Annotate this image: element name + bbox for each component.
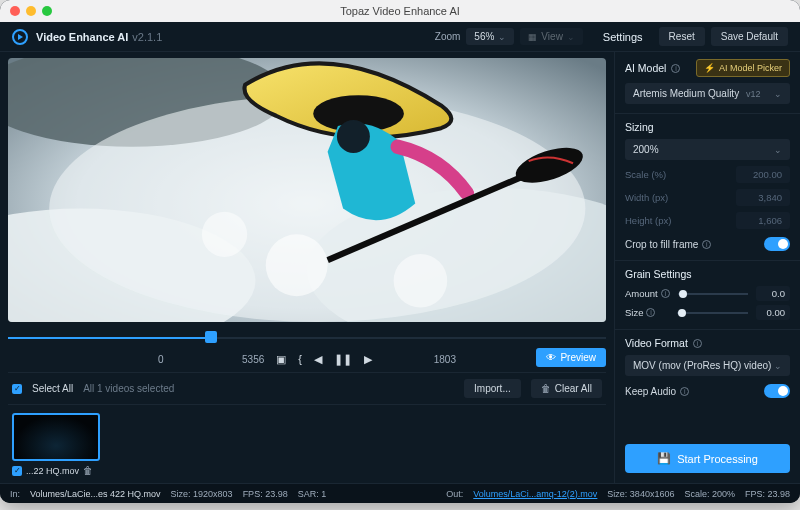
chevron-down-icon: ⌄ xyxy=(774,145,782,155)
zoom-label: Zoom xyxy=(435,31,461,42)
info-icon[interactable]: i xyxy=(702,240,711,249)
lightning-icon: ⚡ xyxy=(704,63,715,73)
format-select[interactable]: MOV (mov (ProRes HQ) video) ⌄ xyxy=(625,355,790,376)
selected-count: All 1 videos selected xyxy=(83,383,174,394)
crop-label: Crop to fill frame xyxy=(625,239,698,250)
queue-item-checkbox[interactable]: ✓ xyxy=(12,466,22,476)
height-value[interactable]: 1,606 xyxy=(736,212,790,229)
window-title: Topaz Video Enhance AI xyxy=(0,5,800,17)
grain-section: Grain Settings Amounti 0.0 Sizei 0.00 xyxy=(615,261,800,330)
grain-amount-value[interactable]: 0.0 xyxy=(756,286,790,301)
out-path-link[interactable]: Volumes/LaCi...amq-12(2).mov xyxy=(473,489,597,499)
scrubber-handle[interactable] xyxy=(205,331,217,343)
in-path: Volumes/LaCie...es 422 HQ.mov xyxy=(30,489,161,499)
grain-title: Grain Settings xyxy=(625,268,692,280)
queue-item[interactable]: ✓ ...22 HQ.mov 🗑 xyxy=(12,413,100,476)
eye-icon: 👁 xyxy=(546,352,556,363)
skip-forward-icon[interactable]: ▶ xyxy=(364,353,372,366)
info-icon[interactable]: i xyxy=(646,308,655,317)
scale-value[interactable]: 200.00 xyxy=(736,166,790,183)
frame-end: 1803 xyxy=(434,354,456,365)
info-icon[interactable]: i xyxy=(671,64,680,73)
app-name: Video Enhance AI xyxy=(36,31,128,43)
info-icon[interactable]: i xyxy=(693,339,702,348)
transport-controls: 0 5356 ▣ { ◀ ❚❚ ▶ 1803 👁 Preview xyxy=(8,346,606,372)
video-queue: ✓ ...22 HQ.mov 🗑 xyxy=(8,405,606,480)
select-all-checkbox[interactable]: ✓ xyxy=(12,384,22,394)
chevron-down-icon: ⌄ xyxy=(567,32,575,42)
preview-button[interactable]: 👁 Preview xyxy=(536,348,606,367)
timeline-scrubber[interactable] xyxy=(8,328,606,346)
format-title: Video Format xyxy=(625,337,688,349)
select-all-label: Select All xyxy=(32,383,73,394)
svg-point-6 xyxy=(337,120,370,153)
topbar: Video Enhance AI v2.1.1 Zoom 56% ⌄ ▦ Vie… xyxy=(0,22,800,52)
save-icon: 💾 xyxy=(657,452,671,465)
settings-panel: AI Model i ⚡ AI Model Picker Artemis Med… xyxy=(614,52,800,483)
clear-all-button[interactable]: 🗑 Clear All xyxy=(531,379,602,398)
in-sar: SAR: 1 xyxy=(298,489,327,499)
svg-point-11 xyxy=(394,254,448,308)
preview-column: 0 5356 ▣ { ◀ ❚❚ ▶ 1803 👁 Preview ✓ Selec… xyxy=(0,52,614,483)
zoom-value: 56% xyxy=(474,31,494,42)
sizing-section: Sizing 200% ⌄ Scale (%) 200.00 Width (px… xyxy=(615,114,800,261)
width-label: Width (px) xyxy=(625,192,668,203)
sizing-title: Sizing xyxy=(625,121,654,133)
ai-model-title: AI Model xyxy=(625,62,666,74)
status-bar: In: Volumes/LaCie...es 422 HQ.mov Size: … xyxy=(0,483,800,503)
out-size: Size: 3840x1606 xyxy=(607,489,674,499)
out-label: Out: xyxy=(446,489,463,499)
queue-bar: ✓ Select All All 1 videos selected Impor… xyxy=(8,372,606,405)
crop-toggle[interactable] xyxy=(764,237,790,251)
chevron-down-icon: ⌄ xyxy=(498,32,506,42)
app-version: v2.1.1 xyxy=(132,31,162,43)
frame-current: 5356 xyxy=(242,354,264,365)
app-logo-icon xyxy=(12,29,28,45)
grain-amount-slider[interactable] xyxy=(678,293,748,295)
bracket-left-icon[interactable]: { xyxy=(298,353,302,365)
reset-button[interactable]: Reset xyxy=(659,27,705,46)
keep-audio-label: Keep Audio xyxy=(625,386,676,397)
queue-thumbnail xyxy=(12,413,100,461)
skip-back-icon[interactable]: ◀ xyxy=(314,353,322,366)
info-icon[interactable]: i xyxy=(661,289,670,298)
queue-item-name: ...22 HQ.mov xyxy=(26,466,79,476)
width-value[interactable]: 3,840 xyxy=(736,189,790,206)
video-preview[interactable] xyxy=(8,58,606,322)
view-label: View xyxy=(541,31,563,42)
height-label: Height (px) xyxy=(625,215,671,226)
grain-size-slider[interactable] xyxy=(677,312,748,314)
svg-point-10 xyxy=(202,212,247,257)
keep-audio-toggle[interactable] xyxy=(764,384,790,398)
svg-point-9 xyxy=(266,234,328,296)
frame-start: 0 xyxy=(158,354,164,365)
format-section: Video Format i MOV (mov (ProRes HQ) vide… xyxy=(615,330,800,407)
zoom-select[interactable]: 56% ⌄ xyxy=(466,28,514,45)
trash-icon: 🗑 xyxy=(541,383,551,394)
in-size: Size: 1920x803 xyxy=(171,489,233,499)
save-default-button[interactable]: Save Default xyxy=(711,27,788,46)
trash-icon[interactable]: 🗑 xyxy=(83,465,93,476)
chevron-down-icon: ⌄ xyxy=(774,361,782,371)
settings-label: Settings xyxy=(603,31,643,43)
info-icon[interactable]: i xyxy=(680,387,689,396)
ai-model-select[interactable]: Artemis Medium Quality v12 ⌄ xyxy=(625,83,790,104)
ai-model-picker-button[interactable]: ⚡ AI Model Picker xyxy=(696,59,790,77)
out-fps: FPS: 23.98 xyxy=(745,489,790,499)
pause-icon[interactable]: ❚❚ xyxy=(334,353,352,366)
import-button[interactable]: Import... xyxy=(464,379,521,398)
sizing-preset-select[interactable]: 200% ⌄ xyxy=(625,139,790,160)
start-processing-button[interactable]: 💾 Start Processing xyxy=(625,444,790,473)
out-scale: Scale: 200% xyxy=(684,489,735,499)
chevron-down-icon: ⌄ xyxy=(774,89,782,99)
view-select[interactable]: ▦ View ⌄ xyxy=(520,28,583,45)
grain-size-value[interactable]: 0.00 xyxy=(756,305,790,320)
scale-label: Scale (%) xyxy=(625,169,666,180)
main-row: 0 5356 ▣ { ◀ ❚❚ ▶ 1803 👁 Preview ✓ Selec… xyxy=(0,52,800,483)
ai-model-section: AI Model i ⚡ AI Model Picker Artemis Med… xyxy=(615,52,800,114)
camera-icon[interactable]: ▣ xyxy=(276,353,286,366)
titlebar: Topaz Video Enhance AI xyxy=(0,0,800,22)
in-label: In: xyxy=(10,489,20,499)
in-fps: FPS: 23.98 xyxy=(243,489,288,499)
app-window: Topaz Video Enhance AI Video Enhance AI … xyxy=(0,0,800,503)
